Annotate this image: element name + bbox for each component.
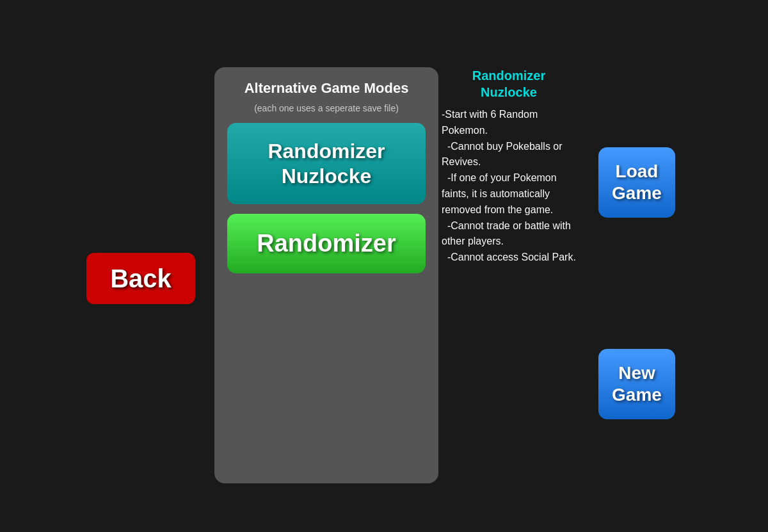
new-game-label: New Game [612, 362, 662, 405]
randomizer-nuzlocke-line1: Randomizer [237, 139, 416, 163]
randomizer-nuzlocke-line2: Nuzlocke [237, 164, 416, 188]
new-game-button[interactable]: New Game [598, 349, 675, 419]
load-game-label: Load Game [612, 161, 662, 204]
description-text: -Start with 6 Random Pokemon. -Cannot bu… [442, 107, 576, 266]
randomizer-button-label: Randomizer [237, 230, 416, 257]
description-panel: Randomizer Nuzlocke -Start with 6 Random… [442, 67, 576, 266]
back-button-label: Back [110, 264, 172, 293]
back-button[interactable]: Back [86, 253, 195, 304]
panel-title: Alternative Game Modes [227, 80, 426, 97]
main-panel: Alternative Game Modes (each one uses a … [214, 67, 438, 483]
randomizer-button[interactable]: Randomizer [227, 214, 426, 273]
load-game-button[interactable]: Load Game [598, 147, 675, 218]
panel-subtitle: (each one uses a seperate save file) [227, 103, 426, 113]
randomizer-nuzlocke-button[interactable]: Randomizer Nuzlocke [227, 123, 426, 204]
description-title: Randomizer Nuzlocke [442, 67, 576, 101]
